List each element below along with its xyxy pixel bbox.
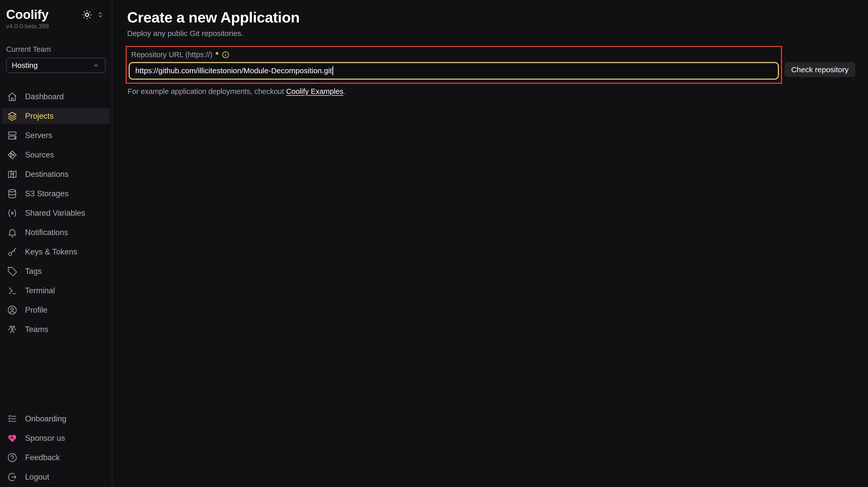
sidebar-item-dashboard[interactable]: Dashboard — [2, 89, 110, 105]
theme-toggle-button[interactable] — [82, 9, 92, 20]
chevron-up-down-icon — [96, 10, 105, 19]
info-icon[interactable] — [222, 51, 229, 59]
sidebar-item-label: Teams — [25, 325, 48, 334]
team-select[interactable]: Hosting — [6, 58, 106, 73]
sidebar-item-onboarding[interactable]: Onboarding — [2, 411, 110, 427]
sidebar-footer-nav: OnboardingSponsor usFeedbackLogout — [0, 411, 112, 485]
server-icon — [7, 130, 18, 141]
sidebar-item-label: Sponsor us — [25, 434, 65, 443]
logout-icon — [7, 472, 18, 482]
help-icon — [7, 453, 18, 463]
key-icon — [7, 247, 18, 257]
variables-icon — [7, 208, 18, 218]
repository-url-fieldset: Repository URL (https://) * https://gith… — [126, 46, 782, 84]
sidebar-item-shared-variables[interactable]: Shared Variables — [2, 205, 110, 221]
sidebar-nav: DashboardProjectsServersSourcesDestinati… — [0, 89, 112, 337]
sidebar-item-label: Feedback — [25, 453, 60, 462]
sidebar-item-destinations[interactable]: Destinations — [2, 166, 110, 182]
helper-text: For example application deployments, che… — [128, 87, 855, 96]
sidebar-item-s3-storages[interactable]: S3 Storages — [2, 186, 110, 202]
chevron-down-icon — [92, 61, 100, 69]
sidebar-item-sources[interactable]: Sources — [2, 147, 110, 163]
app-version: v4.0.0-beta.399 — [6, 23, 106, 30]
sidebar-item-notifications[interactable]: Notifications — [2, 225, 110, 240]
chevron-up-down-button[interactable] — [96, 10, 105, 19]
sidebar-item-label: Servers — [25, 131, 52, 140]
home-icon — [7, 92, 18, 102]
page-subtitle: Deploy any public Git repositories. — [127, 29, 855, 38]
sidebar-item-projects[interactable]: Projects — [2, 108, 110, 124]
sidebar-item-label: Notifications — [25, 228, 68, 237]
sidebar-item-label: Terminal — [25, 286, 55, 295]
users-icon — [7, 324, 18, 335]
sidebar-item-label: Shared Variables — [25, 208, 85, 218]
sidebar-item-keys-tokens[interactable]: Keys & Tokens — [2, 244, 110, 260]
sidebar-item-terminal[interactable]: Terminal — [2, 283, 110, 299]
sidebar: Coolify v4.0.0-beta.399 Current Team Hos… — [0, 0, 112, 487]
sidebar-item-label: Onboarding — [25, 414, 66, 423]
sidebar-item-teams[interactable]: Teams — [2, 322, 110, 337]
main-content: Create a new Application Deploy any publ… — [113, 0, 868, 487]
sidebar-item-tags[interactable]: Tags — [2, 263, 110, 279]
repository-url-value: https://github.com/illicitestonion/Modul… — [135, 66, 332, 75]
sidebar-item-label: Projects — [25, 111, 54, 121]
sidebar-item-label: Tags — [25, 267, 41, 276]
team-select-value: Hosting — [12, 61, 38, 70]
page-title: Create a new Application — [127, 9, 855, 26]
repository-url-input[interactable]: https://github.com/illicitestonion/Modul… — [129, 62, 779, 79]
database-icon — [7, 189, 18, 199]
sidebar-item-feedback[interactable]: Feedback — [2, 450, 110, 465]
sidebar-item-label: Dashboard — [25, 92, 64, 101]
helper-prefix: For example application deployments, che… — [128, 87, 286, 95]
check-repository-button[interactable]: Check repository — [784, 62, 855, 77]
sidebar-item-label: Destinations — [25, 170, 69, 179]
sidebar-item-logout[interactable]: Logout — [2, 469, 110, 485]
text-caret — [332, 66, 333, 75]
layers-icon — [7, 111, 18, 121]
app-logo: Coolify — [6, 8, 49, 22]
sidebar-item-label: Keys & Tokens — [25, 247, 77, 257]
current-team-label: Current Team — [6, 45, 106, 54]
repository-form: Repository URL (https://) * https://gith… — [126, 46, 855, 84]
terminal-icon — [7, 286, 18, 296]
sun-icon — [82, 9, 92, 20]
sidebar-item-label: S3 Storages — [25, 189, 69, 198]
required-asterisk: * — [215, 51, 219, 59]
sidebar-item-profile[interactable]: Profile — [2, 302, 110, 318]
helper-suffix: . — [343, 87, 345, 95]
repository-url-label: Repository URL (https://) — [131, 51, 212, 59]
sidebar-item-label: Profile — [25, 305, 48, 315]
sidebar-item-label: Sources — [25, 150, 54, 160]
checklist-icon — [7, 414, 18, 424]
bell-icon — [7, 227, 18, 238]
sidebar-item-servers[interactable]: Servers — [2, 128, 110, 143]
sidebar-item-sponsor-us[interactable]: Sponsor us — [2, 430, 110, 446]
coolify-examples-link[interactable]: Coolify Examples — [286, 87, 343, 95]
heart-icon — [7, 433, 18, 443]
map-icon — [7, 169, 18, 180]
user-icon — [7, 305, 18, 315]
tag-icon — [7, 266, 18, 277]
sidebar-item-label: Logout — [25, 473, 49, 482]
git-icon — [7, 150, 18, 160]
